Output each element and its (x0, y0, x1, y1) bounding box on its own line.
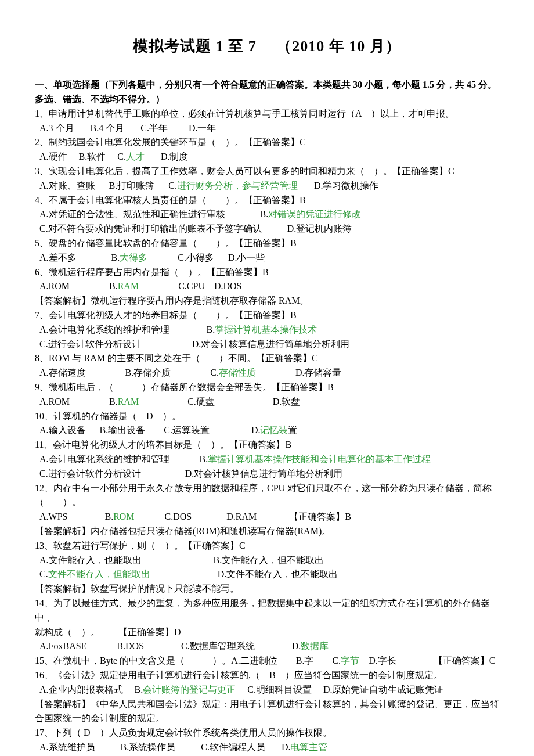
q6-opt-b-prefix: B. (109, 281, 118, 291)
q3-opt-a: A.对账、查账 (39, 181, 95, 190)
q7-opt-b-answer: 掌握计算机基本操作技术 (215, 325, 317, 334)
q4-opt-c: C.对不符合要求的凭证和打印输出的账表不予签字确认 (39, 224, 262, 233)
q17-opt-d-answer: 电算主管 (290, 742, 327, 752)
q10-options: A.输入设备 B.输出设备 C.运算装置 D.记忆装置 (35, 423, 499, 438)
q1-text: 1、申请用计算机替代手工账的单位，必须在计算机核算与手工核算同时运行（A ）以上… (35, 107, 499, 121)
q6-opt-b-answer: RAM (118, 281, 139, 291)
q1-options: A.3 个月 B.4 个月 C.半年 D.一年 (35, 121, 499, 136)
q2-opt-c-prefix: C. (117, 152, 126, 161)
q5-opt-b-prefix: B. (111, 253, 120, 262)
q6-opt-a: A.ROM (39, 281, 70, 291)
q6-text: 6、微机运行程序要占用内存是指（ ）。【正确答案】B (35, 265, 499, 280)
q7-opt-a: A.会计电算化系统的维护和管理 (39, 325, 169, 334)
q16-opt-c: C.明细科目设置 (247, 685, 312, 694)
q16-text: 16、《会计法》规定使用电子计算机进行会计核算的,（ B ）应当符合国家统一的会… (35, 668, 499, 683)
q3-opt-c-answer: 进行财务分析，参与经营管理 (177, 181, 298, 190)
q16-options: A.企业内部报表格式 B.会计账簿的登记与更正 C.明细科目设置 D.原始凭证自… (35, 683, 499, 697)
q9-text: 9、微机断电后，（ ）存储器所存数据会全部丢失。【正确答案】B (35, 380, 499, 395)
q8-opt-d: D.存储容量 (295, 368, 342, 377)
q9-options: A.ROM B.RAM C.硬盘 D.软盘 (35, 395, 499, 409)
q9-opt-d: D.软盘 (273, 397, 301, 406)
q9-opt-c: C.硬盘 (187, 397, 215, 406)
q1-opt-a: A.3 个月 (39, 123, 74, 133)
q10-opt-d-suffix: 置 (288, 425, 297, 435)
q11-opt-b-answer: 掌握计算机基本操作技能和会计电算化的基本工作过程 (208, 454, 431, 464)
q7-opt-b-prefix: B. (207, 325, 215, 334)
q2-text: 2、制约我国会计电算化发展的关键环节是（ ）。【正确答案】C (35, 135, 499, 150)
q3-text: 3、实现会计电算化后，提高了工作效率，财会人员可以有更多的时间和精力来（ ）。【… (35, 164, 499, 179)
section-heading-line1: 一、单项选择题（下列各题中，分别只有一个符合题意的正确答案。本类题共 30 小题… (35, 78, 499, 92)
q7-opt-c: C.进行会计软件分析设计 (39, 339, 141, 349)
q6-options: A.ROM B.RAM C.CPU D.DOS (35, 279, 499, 294)
q11-text: 11、会计电算化初级人才的培养目标是（ ）。【正确答案】B (35, 438, 499, 452)
q8-opt-c-prefix: C. (210, 368, 219, 377)
q10-opt-d-answer: 记忆装 (260, 425, 288, 435)
q7-opt-d: D.对会计核算信息进行简单地分析利用 (192, 339, 350, 349)
q14-opt-d-answer: 数据库 (301, 641, 329, 651)
q17-opt-b: B.系统操作员 (121, 742, 176, 752)
q11-opt-d: D.对会计核算信息进行简单地分析利用 (185, 469, 343, 478)
q7-options-row2: C.进行会计软件分析设计 D.对会计核算信息进行简单地分析利用 (35, 337, 499, 352)
q11-options-row2: C.进行会计软件分析设计 D.对会计核算信息进行简单地分析利用 (35, 467, 499, 481)
q10-opt-d-prefix: D. (251, 425, 261, 435)
q14-line1: 14、为了以最佳方式、最少的重复，为多种应用服务，把数据集中起来以一定的组织方式… (35, 596, 499, 625)
q12-opt-b-prefix: B. (104, 512, 113, 521)
q15-post: D.字长 【正确答案】C (359, 656, 495, 665)
q5-opt-b-answer: 大得多 (120, 253, 147, 262)
q14-opt-b: B.DOS (117, 641, 144, 651)
q17-opt-c: C.软件编程人员 (201, 742, 265, 752)
q3-opt-b: B.打印账簿 (109, 181, 155, 190)
q9-opt-b-answer: RAM (118, 397, 139, 406)
q4-options-row2: C.对不符合要求的凭证和打印输出的账表不予签字确认 D.登记机内账簿 (35, 222, 499, 236)
q17-opt-d-prefix: D. (282, 742, 291, 752)
q4-opt-a: A.对凭证的合法性、规范性和正确性进行审核 (39, 209, 225, 219)
q7-options-row1: A.会计电算化系统的维护和管理 B.掌握计算机基本操作技术 (35, 323, 499, 337)
q5-opt-a: A.差不多 (39, 253, 77, 262)
q15-opt-c-answer: 字节 (341, 656, 359, 665)
q1-opt-d: D.一年 (189, 123, 217, 133)
q12-answer: 【正确答案】B (289, 512, 351, 521)
q10-opt-a: A.输入设备 (39, 425, 86, 435)
q13-options-row2: C.文件不能存入，但能取出 D.文件不能存入，也不能取出 (35, 567, 499, 582)
q14-opt-d-prefix: D. (292, 641, 301, 651)
q6-opt-d: D.DOS (214, 281, 242, 291)
q6-analysis: 【答案解析】微机运行程序要占用内存是指随机存取存储器 RAM。 (35, 294, 499, 308)
q12-opt-c: C.DOS (165, 512, 192, 521)
q11-options-row1: A.会计电算化系统的维护和管理 B.掌握计算机基本操作技能和会计电算化的基本工作… (35, 452, 499, 467)
q16-analysis2: 合国家统一的会计制度的规定。 (35, 711, 499, 726)
q16-opt-b-prefix: B. (135, 685, 143, 694)
q12-options: A.WPS B.ROM C.DOS D.RAM 【正确答案】B (35, 510, 499, 524)
q2-opt-a: A.硬件 (39, 152, 67, 161)
q16-opt-b-answer: 会计账簿的登记与更正 (143, 685, 236, 694)
q12-opt-d: D.RAM (226, 512, 257, 521)
q3-opt-c-prefix: C. (168, 181, 177, 190)
q16-opt-a: A.企业内部报表格式 (39, 685, 123, 694)
q2-opt-d: D.制度 (161, 152, 189, 161)
q13-options-row1: A.文件能存入，也能取出 B.文件能存入，但不能取出 (35, 553, 499, 568)
q14-line2: 就构成（ ）。 【正确答案】D (35, 625, 499, 640)
q8-opt-b: B.存储介质 (125, 368, 171, 377)
q13-analysis: 【答案解析】软盘写保护的情况下只能读不能写。 (35, 582, 499, 596)
q15-pre: 15、在微机中，Byte 的中文含义是（ ）。A.二进制位 B.字 C. (35, 656, 341, 665)
q12-line2: （ ）。 (35, 495, 499, 510)
q14-opt-c: C.数据库管理系统 (181, 641, 255, 651)
q10-opt-c: C.运算装置 (164, 425, 210, 435)
q2-options: A.硬件 B.软件 C.人才 D.制度 (35, 150, 499, 164)
q9-opt-a: A.ROM (39, 397, 70, 406)
q4-options-row1: A.对凭证的合法性、规范性和正确性进行审核 B.对错误的凭证进行修改 (35, 207, 499, 222)
q13-opt-a: A.文件能存入，也能取出 (39, 555, 142, 565)
q8-text: 8、ROM 与 RAM 的主要不同之处在于（ ）不同。【正确答案】C (35, 351, 499, 366)
q4-text: 4、不属于会计电算化审核人员责任的是（ ）。【正确答案】B (35, 193, 499, 208)
q2-opt-b: B.软件 (79, 152, 106, 161)
q17-text: 17、下列（ D ）人员负责规定会计软件系统各类使用人员的操作权限。 (35, 726, 499, 740)
q8-opt-a: A.存储速度 (39, 368, 86, 377)
q13-opt-c-prefix: C. (39, 569, 48, 579)
q14-opt-a: A.FoxBASE (39, 641, 86, 651)
q12-opt-b-answer: ROM (113, 512, 134, 521)
q12-analysis: 【答案解析】内存储器包括只读存储器(ROM)和随机读写存储器(RAM)。 (35, 524, 499, 539)
q6-opt-c: C.CPU (178, 281, 205, 291)
q13-opt-b: B.文件能存入，但不能取出 (214, 555, 324, 565)
q16-opt-d: D.原始凭证自动生成记账凭证 (323, 685, 444, 694)
q13-opt-c-answer: 文件不能存入，但能取出 (48, 569, 150, 579)
q4-opt-d: D.登记机内账簿 (287, 224, 352, 233)
